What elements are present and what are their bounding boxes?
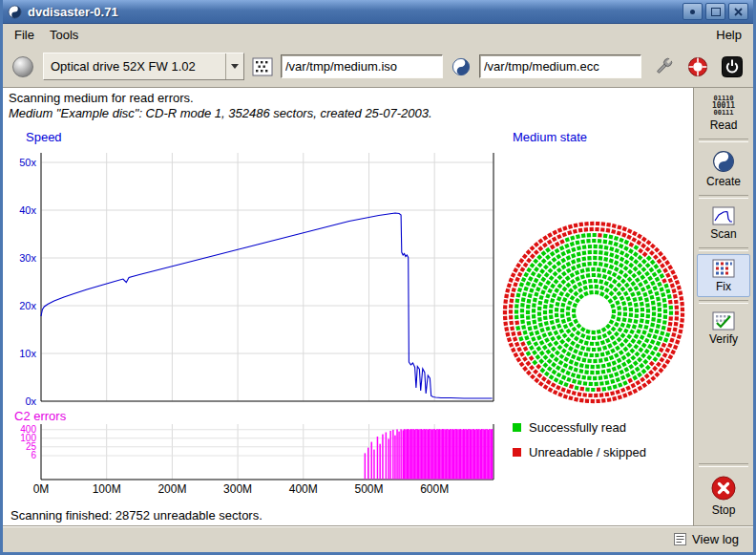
svg-text:500M: 500M [354,482,383,496]
view-log-label: View log [692,532,739,546]
help-button[interactable] [682,52,713,82]
svg-text:20x: 20x [19,300,36,311]
app-window: dvdisaster-0.71 File Tools Help Optical … [0,0,756,555]
status-line-2: Medium "Example disc": CD-R mode 1, 3524… [9,106,432,120]
separator [699,247,748,251]
menu-file[interactable]: File [7,25,42,45]
speed-chart-title: Speed [26,130,62,144]
create-button[interactable]: Create [697,145,750,192]
close-icon [734,8,743,16]
bad-swatch [513,448,521,457]
stop-button[interactable]: Stop [697,470,750,521]
ecc-file-icon [449,55,473,78]
read-icon: 01110 10011 00111 [712,96,735,117]
stop-label: Stop [712,503,736,517]
verify-label: Verify [709,332,738,346]
read-label: Read [710,118,738,132]
medium-state-legend: Successfully read Unreadable / skipped [513,420,646,470]
svg-text:0M: 0M [33,482,50,496]
legend-item-good: Successfully read [513,420,646,435]
window-title: dvdisaster-0.71 [28,5,118,19]
svg-text:25: 25 [26,441,37,452]
legend-item-bad: Unreadable / skipped [513,445,646,459]
scan-result-status: Scanning finished: 28752 unreadable sect… [10,508,262,523]
svg-text:400M: 400M [289,482,318,496]
drive-selector[interactable]: Optical drive 52X FW 1.02 [43,53,244,80]
status-line-1: Scanning medium for read errors. [9,91,194,105]
menu-bar: File Tools Help [3,24,753,46]
medium-state-disc [502,221,685,404]
maximize-icon [711,8,721,16]
dropdown-arrow-icon [231,64,239,69]
power-icon [721,55,744,78]
separator [699,195,748,199]
create-label: Create [706,175,741,188]
svg-text:0x: 0x [25,395,36,407]
verify-icon [712,311,735,331]
log-icon [674,533,686,545]
separator [699,300,748,304]
svg-text:30x: 30x [19,252,36,264]
app-icon [8,5,22,19]
fix-label: Fix [716,280,731,293]
stop-icon [710,475,737,502]
svg-text:100: 100 [20,433,36,443]
sidebar-spacer [695,351,752,461]
wrench-icon [652,55,675,78]
dropdown-arrow-box [225,53,243,79]
svg-text:10x: 10x [19,348,36,359]
window-controls [682,3,748,20]
toolbar-right-group [648,52,747,82]
menu-help[interactable]: Help [708,25,749,45]
svg-text:400: 400 [20,424,36,435]
image-file-icon [250,55,275,78]
close-button[interactable] [728,3,748,20]
content-area: 0M100M200M300M400M500M600M0x10x20x30x40x… [3,88,753,525]
drive-icon [12,56,33,77]
scan-label: Scan [710,227,736,241]
fix-icon [712,259,735,278]
toolbar: Optical drive 52X FW 1.02 [3,46,753,88]
medium-state-title: Medium state [513,130,587,144]
fix-button[interactable]: Fix [697,254,750,297]
shade-icon [690,10,695,14]
yin-yang-icon [712,150,735,173]
svg-text:40x: 40x [19,204,36,216]
chart-area: 0M100M200M300M400M500M600M0x10x20x30x40x… [3,88,694,525]
scan-icon [712,206,735,225]
svg-text:50x: 50x [19,157,36,168]
svg-text:6: 6 [31,450,36,460]
drive-selector-value: Optical drive 52X FW 1.02 [51,59,221,74]
svg-text:600M: 600M [420,482,449,496]
svg-text:100M: 100M [93,482,121,496]
verify-button[interactable]: Verify [697,307,750,350]
good-swatch [513,423,521,432]
shade-button[interactable] [682,3,703,20]
good-label: Successfully read [529,420,626,435]
view-log-button[interactable]: View log [667,529,746,549]
svg-text:200M: 200M [158,482,186,496]
menu-tools[interactable]: Tools [42,25,86,45]
image-path-input[interactable] [281,54,443,78]
svg-text:300M: 300M [223,482,252,496]
quit-button[interactable] [717,52,747,82]
lifesaver-icon [686,55,709,78]
separator [699,139,748,142]
scan-button[interactable]: Scan [697,202,750,245]
action-sidebar: 01110 10011 00111 Read Create [694,88,753,525]
preferences-button[interactable] [648,52,679,82]
c2-errors-title: C2 errors [14,409,66,423]
title-bar: dvdisaster-0.71 [3,0,753,24]
bad-label: Unreadable / skipped [529,445,646,459]
read-button[interactable]: 01110 10011 00111 Read [697,91,750,136]
maximize-button[interactable] [705,3,725,20]
ecc-path-input[interactable] [479,54,641,78]
drive-button[interactable] [9,53,37,81]
status-bar: View log [3,525,753,552]
separator [699,463,748,467]
